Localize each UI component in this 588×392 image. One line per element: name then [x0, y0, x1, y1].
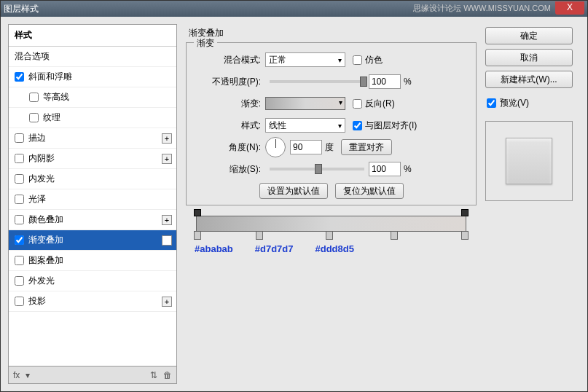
stroke-check[interactable] — [15, 133, 24, 143]
opacity-stop[interactable] — [194, 209, 201, 216]
inner-shadow-check[interactable] — [15, 154, 24, 163]
scale-slider[interactable] — [270, 168, 364, 170]
up-down-icon[interactable]: ⇅ — [150, 370, 157, 380]
style-texture[interactable]: 纹理 — [9, 108, 176, 128]
color-stop[interactable] — [326, 231, 333, 240]
titlebar[interactable]: 图层样式 思缘设计论坛 WWW.MISSYUAN.COM X — [1, 1, 587, 17]
blend-mode-select[interactable]: 正常 — [265, 52, 345, 67]
preview-option[interactable]: 预览(V) — [485, 93, 580, 114]
dialog-buttons: 确定 取消 新建样式(W)... 预览(V) — [485, 24, 580, 384]
angle-input[interactable] — [290, 140, 322, 154]
style-bevel[interactable]: 斜面和浮雕 — [9, 67, 176, 87]
drop-shadow-check[interactable] — [15, 297, 24, 306]
slider-thumb[interactable] — [360, 77, 367, 87]
ok-button[interactable]: 确定 — [485, 27, 573, 44]
inner-glow-check[interactable] — [15, 174, 24, 184]
align-option[interactable]: 与图层对齐(I) — [353, 119, 417, 132]
gradient-editor: #ababab #d7d7d7 #ddd8d5 — [186, 216, 477, 254]
window-title: 图层样式 — [4, 3, 39, 15]
style-satin[interactable]: 光泽 — [9, 189, 176, 210]
texture-check[interactable] — [29, 113, 39, 122]
style-stroke[interactable]: 描边+ — [9, 128, 176, 149]
reverse-check[interactable] — [353, 99, 362, 109]
style-outer-glow[interactable]: 外发光 — [9, 271, 176, 291]
style-pattern-overlay[interactable]: 图案叠加 — [9, 251, 176, 271]
styles-panel: 样式 混合选项 斜面和浮雕 等高线 纹理 描边+ 内阴影+ 内发光 光泽 颜色叠… — [8, 24, 177, 384]
blend-mode-label: 混合模式: — [192, 54, 265, 66]
watermark: 思缘设计论坛 WWW.MISSYUAN.COM — [413, 3, 551, 14]
dialog-content: 样式 混合选项 斜面和浮雕 等高线 纹理 描边+ 内阴影+ 内发光 光泽 颜色叠… — [1, 17, 587, 391]
fieldset-legend: 渐变 — [194, 37, 217, 50]
new-style-button[interactable]: 新建样式(W)... — [485, 71, 573, 88]
contour-check[interactable] — [29, 93, 39, 102]
dither-check[interactable] — [353, 55, 362, 65]
bevel-check[interactable] — [15, 72, 24, 82]
gradient-bar[interactable] — [196, 216, 466, 232]
style-label: 样式: — [192, 119, 265, 132]
styles-footer: fx ▾ ⇅ 🗑 — [8, 366, 177, 384]
section-title: 渐变叠加 — [186, 27, 477, 39]
preview-check[interactable] — [487, 98, 496, 108]
style-contour[interactable]: 等高线 — [9, 87, 176, 108]
close-button[interactable]: X — [555, 1, 584, 15]
slider-thumb[interactable] — [315, 164, 322, 174]
style-drop-shadow[interactable]: 投影+ — [9, 291, 176, 312]
trash-icon[interactable]: 🗑 — [163, 370, 172, 380]
color-overlay-check[interactable] — [15, 215, 24, 224]
color-stop[interactable] — [461, 231, 469, 240]
dither-option[interactable]: 仿色 — [353, 54, 383, 66]
color-stop[interactable] — [391, 231, 398, 240]
reset-align-button[interactable]: 重置对齐 — [341, 139, 392, 155]
cancel-button[interactable]: 取消 — [485, 49, 573, 66]
styles-list: 样式 混合选项 斜面和浮雕 等高线 纹理 描边+ 内阴影+ 内发光 光泽 颜色叠… — [8, 24, 177, 366]
plus-icon[interactable]: + — [162, 133, 172, 144]
plus-icon[interactable]: + — [162, 154, 172, 164]
opacity-input[interactable] — [369, 74, 401, 89]
style-gradient-overlay[interactable]: 渐变叠加+ — [9, 230, 176, 251]
color-stop[interactable] — [194, 231, 201, 240]
pattern-overlay-check[interactable] — [15, 256, 24, 265]
layer-style-dialog: 图层样式 思缘设计论坛 WWW.MISSYUAN.COM X 样式 混合选项 斜… — [0, 0, 588, 392]
opacity-stop[interactable] — [461, 209, 469, 216]
scale-input[interactable] — [369, 162, 401, 176]
style-color-overlay[interactable]: 颜色叠加+ — [9, 210, 176, 230]
style-inner-glow[interactable]: 内发光 — [9, 169, 176, 189]
gradient-overlay-panel: 渐变叠加 渐变 混合模式: 正常 仿色 不透明度(P): % 渐变: — [183, 24, 479, 384]
blending-options[interactable]: 混合选项 — [9, 47, 176, 67]
fx-arrow-icon[interactable]: ▾ — [26, 370, 30, 380]
color-stop[interactable] — [256, 231, 263, 240]
align-check[interactable] — [353, 121, 362, 130]
gradient-style-select[interactable]: 线性 — [265, 118, 345, 133]
preview-box — [485, 121, 573, 201]
reset-default-button[interactable]: 复位为默认值 — [335, 183, 404, 199]
gradient-overlay-check[interactable] — [15, 235, 24, 245]
angle-dial[interactable] — [265, 137, 286, 157]
color-hex-2: #d7d7d7 — [255, 243, 294, 254]
reverse-option[interactable]: 反向(R) — [353, 98, 395, 110]
angle-label: 角度(N): — [192, 141, 265, 154]
preview-swatch — [506, 138, 552, 184]
scale-label: 缩放(S): — [192, 163, 265, 176]
gradient-picker[interactable] — [265, 97, 345, 110]
opacity-slider[interactable] — [270, 80, 364, 83]
satin-check[interactable] — [15, 195, 24, 204]
styles-header[interactable]: 样式 — [9, 25, 176, 47]
plus-icon[interactable]: + — [162, 235, 172, 246]
outer-glow-check[interactable] — [15, 276, 24, 286]
plus-icon[interactable]: + — [162, 297, 172, 307]
set-default-button[interactable]: 设置为默认值 — [259, 183, 328, 199]
plus-icon[interactable]: + — [162, 215, 172, 225]
opacity-label: 不透明度(P): — [192, 76, 265, 88]
color-hex-3: #ddd8d5 — [315, 243, 354, 254]
color-labels: #ababab #d7d7d7 #ddd8d5 — [193, 243, 469, 254]
fx-menu[interactable]: fx — [13, 370, 20, 380]
gradient-fieldset: 渐变 混合模式: 正常 仿色 不透明度(P): % 渐变: 反向(R) — [186, 42, 477, 205]
style-inner-shadow[interactable]: 内阴影+ — [9, 149, 176, 169]
color-hex-1: #ababab — [195, 243, 233, 254]
gradient-label: 渐变: — [192, 98, 265, 110]
